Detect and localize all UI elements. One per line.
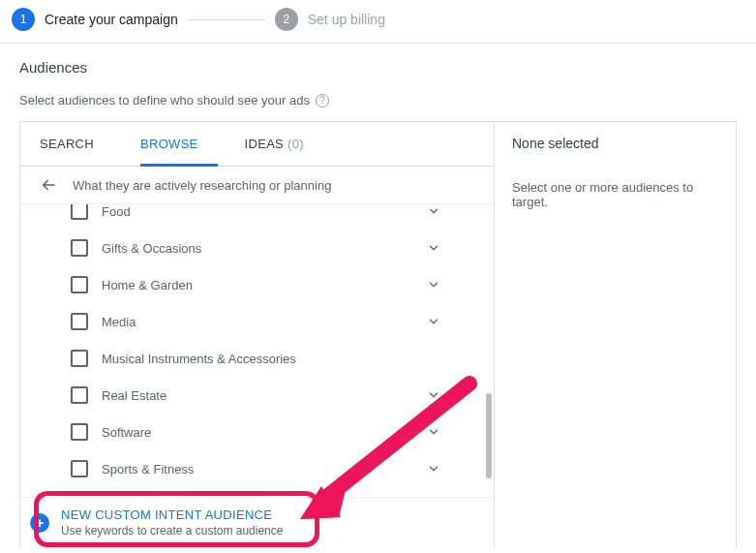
checkbox[interactable] [71, 203, 88, 220]
back-arrow-icon[interactable] [40, 176, 57, 194]
plus-icon: + [30, 513, 49, 533]
list-item-label: Gifts & Occasions [102, 241, 410, 256]
new-custom-intent-button[interactable]: + NEW CUSTOM INTENT AUDIENCE Use keyword… [20, 497, 494, 547]
list-item[interactable]: Media [71, 303, 443, 340]
tab-ideas-count: (0) [287, 137, 304, 151]
selection-title: None selected [512, 136, 718, 151]
tab-ideas-label: IDEAS [245, 137, 285, 151]
checkbox[interactable] [71, 276, 88, 293]
list-item[interactable]: Home & Garden [71, 266, 443, 303]
chevron-down-icon[interactable] [424, 312, 443, 331]
step-1-label: Create your campaign [45, 12, 178, 27]
tab-search[interactable]: SEARCH [40, 122, 121, 166]
checkbox[interactable] [71, 313, 88, 330]
list-item[interactable]: Food [71, 203, 443, 230]
step-2-circle: 2 [275, 8, 298, 31]
section-subtitle: Select audiences to define who should se… [19, 93, 310, 108]
audience-browser: SEARCH BROWSE IDEAS (0) What they are ac… [20, 122, 495, 547]
chevron-down-icon[interactable] [424, 459, 443, 478]
audience-panel: SEARCH BROWSE IDEAS (0) What they are ac… [19, 121, 737, 547]
category-list: FoodGifts & OccasionsHome & GardenMediaM… [20, 203, 494, 497]
section-title: Audiences [19, 59, 737, 76]
list-item[interactable]: Gifts & Occasions [71, 230, 443, 266]
chevron-down-icon[interactable] [424, 203, 443, 221]
help-icon[interactable]: ? [316, 94, 329, 108]
list-item-label: Software [102, 425, 410, 440]
selection-summary: None selected Select one or more audienc… [495, 122, 736, 547]
list-item[interactable]: Software [71, 414, 443, 450]
chevron-down-icon[interactable] [424, 275, 443, 294]
cta-subtitle: Use keywords to create a custom audience [61, 524, 283, 538]
checkbox[interactable] [71, 350, 88, 367]
chevron-down-icon[interactable] [424, 238, 443, 258]
section-subtitle-row: Select audiences to define who should se… [19, 93, 737, 108]
step-connector [188, 19, 265, 20]
cta-title: NEW CUSTOM INTENT AUDIENCE [61, 507, 283, 522]
list-item-label: Musical Instruments & Accessories [102, 352, 443, 366]
list-item-label: Media [102, 315, 410, 329]
checkbox[interactable] [71, 239, 88, 257]
list-item-label: Sports & Fitness [102, 462, 410, 476]
wizard-steps: 1 Create your campaign 2 Set up billing [0, 0, 756, 43]
selection-subtitle: Select one or more audiences to target. [512, 180, 718, 209]
list-item[interactable]: Sports & Fitness [71, 450, 443, 487]
breadcrumb-row: What they are actively researching or pl… [20, 167, 494, 203]
list-item-label: Food [102, 204, 410, 219]
scrollbar-thumb[interactable] [486, 393, 492, 478]
tab-browse[interactable]: BROWSE [140, 122, 226, 166]
list-item[interactable]: Real Estate [71, 377, 443, 414]
chevron-down-icon[interactable] [424, 385, 443, 405]
list-item-label: Real Estate [102, 388, 410, 403]
tab-ideas[interactable]: IDEAS (0) [245, 122, 331, 166]
checkbox[interactable] [71, 386, 88, 404]
list-item[interactable]: Musical Instruments & Accessories [71, 340, 443, 377]
tabs: SEARCH BROWSE IDEAS (0) [20, 122, 494, 167]
checkbox[interactable] [71, 460, 88, 477]
step-2-label: Set up billing [308, 12, 385, 27]
breadcrumb-label: What they are actively researching or pl… [73, 178, 331, 193]
step-1-circle: 1 [12, 8, 35, 31]
chevron-down-icon[interactable] [424, 422, 443, 442]
checkbox[interactable] [71, 423, 88, 441]
list-item-label: Home & Garden [102, 278, 410, 292]
